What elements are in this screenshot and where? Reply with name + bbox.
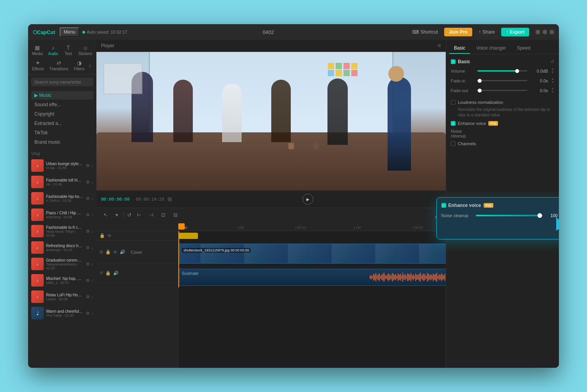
fade-in-up-button[interactable]: ▲: [551, 77, 554, 80]
track-download-icon[interactable]: ↓: [91, 180, 94, 184]
category-tiktok[interactable]: TikTok: [31, 128, 93, 137]
enhance-voice-checkbox[interactable]: [451, 121, 455, 126]
split-end-button[interactable]: ⊡: [159, 211, 168, 219]
audio-lock-icon[interactable]: 🔒: [105, 271, 111, 276]
music-clip[interactable]: ♪: [178, 233, 198, 239]
track-download-icon[interactable]: ↓: [91, 245, 94, 250]
track-settings-icon[interactable]: ⚙: [86, 294, 90, 299]
list-item[interactable]: ♪ Fashionable hip-hop for com... A.TARUI…: [28, 190, 96, 207]
list-item[interactable]: ♪ Refreshing disco house Nori ... anamug…: [28, 239, 96, 256]
track-download-icon[interactable]: ↓: [91, 294, 94, 299]
tab-basic[interactable]: Basic: [449, 43, 470, 54]
category-music[interactable]: ▶ Music: [31, 91, 93, 100]
track-settings-icon[interactable]: ⚙: [86, 196, 90, 201]
tab-effects[interactable]: ✦ Effects: [30, 58, 46, 73]
split-start-button[interactable]: ⊣: [147, 211, 156, 219]
maximize-button[interactable]: [543, 30, 547, 34]
tab-stickers[interactable]: ☺ Stickers: [76, 43, 95, 57]
join-pro-button[interactable]: Join Pro: [444, 28, 472, 36]
video-clip[interactable]: shutterstock_1931215979.jpg 00:00:05:00: [178, 244, 446, 264]
popup-slider-thumb[interactable]: [537, 213, 542, 218]
popup-noise-slider[interactable]: [476, 215, 543, 216]
category-sound-effects[interactable]: Sound effe...: [31, 100, 93, 109]
shortcut-button[interactable]: ⌨ Shortcut: [409, 28, 441, 36]
fade-out-slider[interactable]: [477, 90, 527, 91]
volume-slider-thumb[interactable]: [515, 69, 519, 73]
track-lock-icon[interactable]: 🔒: [105, 249, 111, 255]
player-menu-icon[interactable]: ≡: [438, 42, 441, 49]
list-item[interactable]: ♪ Graduation ceremony: Impre... Takayama…: [28, 256, 96, 272]
select-tool-button[interactable]: ↖: [101, 211, 110, 219]
audio-volume-icon[interactable]: 🔊: [113, 271, 119, 276]
volume-down-button[interactable]: ▼: [551, 71, 554, 74]
share-button[interactable]: ↑ Share: [475, 28, 498, 36]
play-button[interactable]: ▶: [302, 194, 313, 205]
playhead-handle[interactable]: [178, 223, 185, 230]
track-settings-icon[interactable]: ⚙: [86, 311, 90, 316]
track-grid-icon[interactable]: ⊞: [100, 249, 103, 255]
category-brand[interactable]: Brand music: [31, 138, 93, 146]
loudness-checkbox[interactable]: [451, 100, 455, 105]
tab-filters[interactable]: ◑ Filters: [71, 58, 87, 73]
audio-search-input[interactable]: [31, 78, 93, 86]
undo-button[interactable]: ↺: [127, 212, 132, 218]
close-button[interactable]: [550, 30, 554, 34]
audio-loop-icon[interactable]: ↺: [100, 271, 103, 276]
track-download-icon[interactable]: ↓: [91, 262, 94, 266]
track-download-icon[interactable]: ↓: [91, 196, 94, 201]
menu-button[interactable]: Menu: [60, 27, 79, 37]
tab-audio[interactable]: ♪ Audio: [46, 43, 60, 57]
track-settings-icon[interactable]: ⚙: [86, 163, 90, 168]
fade-in-thumb[interactable]: [478, 79, 482, 83]
track-settings-icon[interactable]: ⚙: [86, 180, 90, 185]
track-download-icon[interactable]: ↓: [91, 311, 94, 315]
lock-icon[interactable]: 🔒: [100, 233, 105, 238]
fade-in-slider[interactable]: [477, 80, 527, 81]
tab-media[interactable]: ▦ Media: [30, 43, 45, 57]
track-settings-icon[interactable]: ⚙: [86, 229, 90, 234]
channels-checkbox[interactable]: [451, 141, 455, 146]
track-settings-icon[interactable]: ⚙: [86, 245, 90, 250]
eye-icon[interactable]: 👁: [107, 233, 112, 238]
basic-reset-button[interactable]: ↺: [550, 59, 554, 64]
grid-icon[interactable]: ⊞: [167, 196, 172, 202]
popup-enhance-checkbox[interactable]: [441, 203, 446, 208]
list-item[interactable]: ♪ Piano / Chill / Hip Hop / Fas... srach…: [28, 207, 96, 223]
delete-button[interactable]: ⊟: [171, 211, 180, 219]
track-download-icon[interactable]: ↓: [91, 278, 94, 283]
fade-out-down-button[interactable]: ▼: [551, 91, 554, 94]
audio-clip[interactable]: Soulmate: [178, 269, 446, 286]
category-copyright[interactable]: Copyright: [31, 110, 93, 118]
list-item[interactable]: ♪ Relax LoFi Hip Hop style bea... Leano …: [28, 289, 96, 305]
basic-checkbox[interactable]: [451, 59, 455, 64]
list-item[interactable]: ♪ Fashionable lofi hip hop(116... xki · …: [28, 174, 96, 190]
split-button[interactable]: ⊢: [135, 211, 144, 219]
tab-voice-changer[interactable]: Voice changer: [471, 43, 511, 54]
more-tools-button[interactable]: ›: [87, 61, 92, 71]
tab-speed[interactable]: Speed: [512, 43, 535, 54]
list-item[interactable]: ♪ Fashionable lo-fi chill out R... Ninja…: [28, 223, 96, 239]
tab-transitions[interactable]: ⇄ Transitions: [47, 58, 71, 73]
track-settings-icon[interactable]: ⚙: [86, 278, 90, 283]
volume-up-button[interactable]: ▲: [551, 68, 554, 71]
track-settings-icon[interactable]: ⚙: [86, 212, 90, 217]
fade-out-thumb[interactable]: [478, 89, 482, 93]
fade-out-up-button[interactable]: ▲: [551, 87, 554, 90]
track-volume-icon[interactable]: 🔊: [120, 249, 125, 255]
fade-in-down-button[interactable]: ▼: [551, 81, 554, 84]
track-name: Refreshing disco house Nori ...: [46, 244, 84, 248]
minimize-button[interactable]: [535, 30, 540, 34]
category-extracted[interactable]: Extracted a...: [31, 119, 93, 128]
track-download-icon[interactable]: ↓: [91, 212, 94, 217]
track-download-icon[interactable]: ↓: [91, 163, 94, 168]
tab-text[interactable]: T Text: [61, 43, 75, 57]
select-dropdown-icon[interactable]: ▾: [113, 211, 121, 219]
list-item[interactable]: ♪ Mischief. hip hop. B(1160627) table_1 …: [28, 272, 96, 289]
list-item[interactable]: ♩ Warm and cheerful spring(14... The Fab…: [28, 305, 96, 321]
track-eye-icon[interactable]: 👁: [113, 250, 117, 255]
track-settings-icon[interactable]: ⚙: [86, 262, 90, 267]
track-download-icon[interactable]: ↓: [91, 229, 94, 233]
volume-slider[interactable]: [477, 70, 527, 71]
list-item[interactable]: ♪ Urban lounge style BGM(114... re-lax ·…: [28, 157, 96, 174]
export-button[interactable]: ↑ Export: [501, 28, 529, 36]
